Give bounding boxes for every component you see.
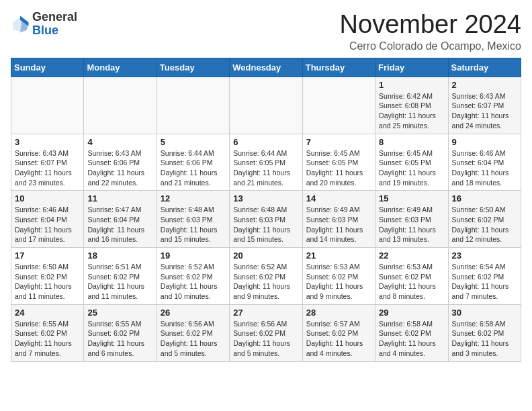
calendar-day-cell — [157, 77, 229, 134]
month-title: November 2024 — [340, 11, 521, 39]
day-info: Sunrise: 6:45 AMSunset: 6:05 PMDaylight:… — [379, 148, 444, 188]
day-number: 7 — [306, 137, 371, 147]
day-info: Sunrise: 6:43 AMSunset: 6:07 PMDaylight:… — [15, 148, 80, 188]
day-number: 6 — [233, 137, 298, 147]
calendar-week-row: 10Sunrise: 6:46 AMSunset: 6:04 PMDayligh… — [11, 191, 521, 248]
calendar-day-cell: 7Sunrise: 6:45 AMSunset: 6:05 PMDaylight… — [302, 134, 375, 191]
day-number: 1 — [379, 80, 444, 90]
day-info: Sunrise: 6:48 AMSunset: 6:03 PMDaylight:… — [233, 205, 298, 244]
calendar-day-cell: 22Sunrise: 6:53 AMSunset: 6:02 PMDayligh… — [375, 248, 448, 305]
calendar-day-cell — [302, 77, 375, 134]
calendar-day-cell: 8Sunrise: 6:45 AMSunset: 6:05 PMDaylight… — [375, 134, 448, 191]
day-info: Sunrise: 6:53 AMSunset: 6:02 PMDaylight:… — [379, 262, 444, 302]
calendar-day-cell: 11Sunrise: 6:47 AMSunset: 6:04 PMDayligh… — [84, 191, 157, 248]
day-number: 24 — [15, 308, 80, 318]
day-number: 10 — [15, 193, 80, 203]
day-info: Sunrise: 6:52 AMSunset: 6:02 PMDaylight:… — [233, 262, 298, 302]
day-number: 28 — [306, 308, 371, 318]
calendar-day-cell: 10Sunrise: 6:46 AMSunset: 6:04 PMDayligh… — [11, 191, 84, 248]
calendar-day-cell: 16Sunrise: 6:50 AMSunset: 6:02 PMDayligh… — [448, 191, 521, 248]
calendar-day-cell: 2Sunrise: 6:43 AMSunset: 6:07 PMDaylight… — [448, 77, 521, 134]
column-header-thursday: Thursday — [302, 58, 375, 77]
calendar-day-cell: 17Sunrise: 6:50 AMSunset: 6:02 PMDayligh… — [11, 248, 84, 305]
day-info: Sunrise: 6:58 AMSunset: 6:02 PMDaylight:… — [379, 319, 444, 359]
day-number: 18 — [87, 250, 152, 261]
day-number: 25 — [87, 308, 152, 318]
day-info: Sunrise: 6:54 AMSunset: 6:02 PMDaylight:… — [452, 262, 517, 302]
calendar-day-cell — [230, 77, 302, 134]
day-info: Sunrise: 6:58 AMSunset: 6:02 PMDaylight:… — [452, 319, 517, 359]
calendar-day-cell: 23Sunrise: 6:54 AMSunset: 6:02 PMDayligh… — [448, 248, 521, 305]
location-title: Cerro Colorado de Ocampo, Mexico — [340, 40, 521, 52]
calendar-day-cell: 12Sunrise: 6:48 AMSunset: 6:03 PMDayligh… — [157, 191, 229, 248]
day-number: 23 — [452, 250, 517, 261]
day-info: Sunrise: 6:50 AMSunset: 6:02 PMDaylight:… — [15, 262, 80, 302]
calendar-day-cell: 19Sunrise: 6:52 AMSunset: 6:02 PMDayligh… — [157, 248, 229, 305]
day-number: 15 — [379, 193, 444, 203]
column-header-sunday: Sunday — [11, 58, 84, 77]
column-header-wednesday: Wednesday — [230, 58, 302, 77]
day-number: 13 — [233, 193, 298, 203]
calendar-day-cell: 15Sunrise: 6:49 AMSunset: 6:03 PMDayligh… — [375, 191, 448, 248]
day-info: Sunrise: 6:44 AMSunset: 6:05 PMDaylight:… — [233, 148, 298, 188]
day-info: Sunrise: 6:56 AMSunset: 6:02 PMDaylight:… — [233, 319, 298, 359]
day-number: 11 — [87, 193, 152, 203]
calendar-day-cell: 6Sunrise: 6:44 AMSunset: 6:05 PMDaylight… — [230, 134, 302, 191]
calendar-day-cell: 28Sunrise: 6:57 AMSunset: 6:02 PMDayligh… — [302, 304, 375, 361]
logo-icon — [11, 15, 30, 34]
column-header-tuesday: Tuesday — [157, 58, 229, 77]
day-number: 12 — [161, 193, 226, 203]
calendar-day-cell: 14Sunrise: 6:49 AMSunset: 6:03 PMDayligh… — [302, 191, 375, 248]
day-number: 3 — [15, 137, 80, 147]
day-info: Sunrise: 6:56 AMSunset: 6:02 PMDaylight:… — [161, 319, 226, 359]
day-number: 14 — [306, 193, 371, 203]
calendar-week-row: 17Sunrise: 6:50 AMSunset: 6:02 PMDayligh… — [11, 248, 521, 305]
day-info: Sunrise: 6:43 AMSunset: 6:06 PMDaylight:… — [87, 148, 152, 188]
day-info: Sunrise: 6:57 AMSunset: 6:02 PMDaylight:… — [306, 319, 371, 359]
day-info: Sunrise: 6:42 AMSunset: 6:08 PMDaylight:… — [379, 91, 444, 131]
day-number: 21 — [306, 250, 371, 261]
day-number: 17 — [15, 250, 80, 261]
day-info: Sunrise: 6:43 AMSunset: 6:07 PMDaylight:… — [452, 91, 517, 131]
day-number: 8 — [379, 137, 444, 147]
day-number: 19 — [161, 250, 226, 261]
day-info: Sunrise: 6:47 AMSunset: 6:04 PMDaylight:… — [87, 205, 152, 244]
day-info: Sunrise: 6:48 AMSunset: 6:03 PMDaylight:… — [161, 205, 226, 244]
day-info: Sunrise: 6:52 AMSunset: 6:02 PMDaylight:… — [161, 262, 226, 302]
calendar-week-row: 1Sunrise: 6:42 AMSunset: 6:08 PMDaylight… — [11, 77, 521, 134]
logo: General Blue — [11, 11, 77, 38]
column-header-monday: Monday — [84, 58, 157, 77]
day-info: Sunrise: 6:50 AMSunset: 6:02 PMDaylight:… — [452, 205, 517, 244]
day-number: 20 — [233, 250, 298, 261]
day-number: 2 — [452, 80, 517, 90]
day-info: Sunrise: 6:51 AMSunset: 6:02 PMDaylight:… — [87, 262, 152, 302]
calendar-day-cell: 9Sunrise: 6:46 AMSunset: 6:04 PMDaylight… — [448, 134, 521, 191]
calendar-day-cell: 5Sunrise: 6:44 AMSunset: 6:06 PMDaylight… — [157, 134, 229, 191]
calendar-day-cell: 1Sunrise: 6:42 AMSunset: 6:08 PMDaylight… — [375, 77, 448, 134]
calendar-day-cell: 27Sunrise: 6:56 AMSunset: 6:02 PMDayligh… — [230, 304, 302, 361]
calendar-day-cell: 26Sunrise: 6:56 AMSunset: 6:02 PMDayligh… — [157, 304, 229, 361]
page-header: General Blue November 2024 Cerro Colorad… — [11, 11, 521, 52]
calendar-day-cell — [11, 77, 84, 134]
day-info: Sunrise: 6:49 AMSunset: 6:03 PMDaylight:… — [379, 205, 444, 244]
day-number: 5 — [161, 137, 226, 147]
calendar-day-cell — [84, 77, 157, 134]
calendar-day-cell: 24Sunrise: 6:55 AMSunset: 6:02 PMDayligh… — [11, 304, 84, 361]
calendar-day-cell: 3Sunrise: 6:43 AMSunset: 6:07 PMDaylight… — [11, 134, 84, 191]
calendar-day-cell: 4Sunrise: 6:43 AMSunset: 6:06 PMDaylight… — [84, 134, 157, 191]
day-info: Sunrise: 6:44 AMSunset: 6:06 PMDaylight:… — [161, 148, 226, 188]
calendar-table: SundayMondayTuesdayWednesdayThursdayFrid… — [11, 58, 521, 362]
day-info: Sunrise: 6:55 AMSunset: 6:02 PMDaylight:… — [15, 319, 80, 359]
day-number: 29 — [379, 308, 444, 318]
day-info: Sunrise: 6:45 AMSunset: 6:05 PMDaylight:… — [306, 148, 371, 188]
day-number: 16 — [452, 193, 517, 203]
logo-text: General Blue — [32, 11, 77, 38]
day-info: Sunrise: 6:53 AMSunset: 6:02 PMDaylight:… — [306, 262, 371, 302]
day-info: Sunrise: 6:46 AMSunset: 6:04 PMDaylight:… — [15, 205, 80, 244]
calendar-day-cell: 29Sunrise: 6:58 AMSunset: 6:02 PMDayligh… — [375, 304, 448, 361]
calendar-day-cell: 18Sunrise: 6:51 AMSunset: 6:02 PMDayligh… — [84, 248, 157, 305]
day-number: 22 — [379, 250, 444, 261]
day-info: Sunrise: 6:55 AMSunset: 6:02 PMDaylight:… — [87, 319, 152, 359]
day-info: Sunrise: 6:49 AMSunset: 6:03 PMDaylight:… — [306, 205, 371, 244]
calendar-week-row: 3Sunrise: 6:43 AMSunset: 6:07 PMDaylight… — [11, 134, 521, 191]
